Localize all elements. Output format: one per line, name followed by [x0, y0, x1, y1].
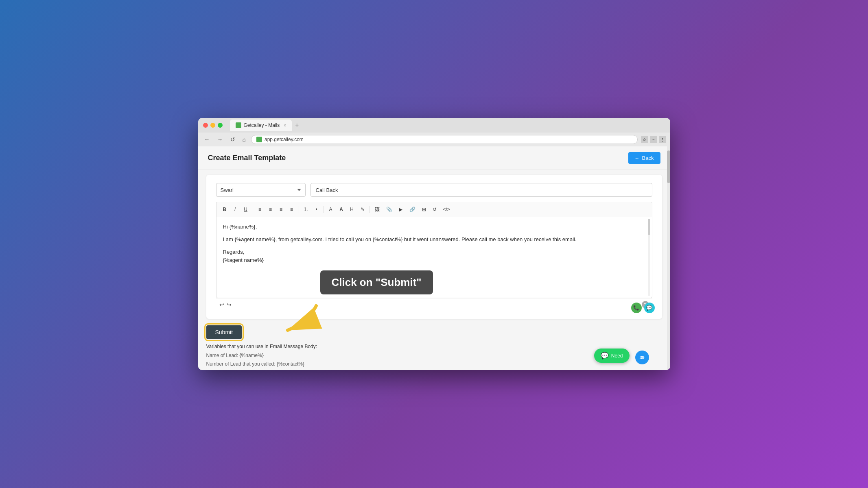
- whatsapp-label: Need: [611, 353, 623, 359]
- notification-count: 39: [639, 355, 644, 360]
- variable-name: Name of Lead: {%name%}: [206, 351, 662, 360]
- close-traffic-light[interactable]: [203, 123, 208, 128]
- page-title: Create Email Template: [208, 154, 286, 162]
- submit-section: Submit: [198, 324, 670, 339]
- name-label: Name of Lead:: [206, 353, 238, 358]
- submit-button[interactable]: Submit: [206, 325, 242, 339]
- tab-bar: Getcalley - Mails × +: [230, 120, 302, 131]
- toolbar-separator-4: [370, 206, 370, 213]
- undo-redo-controls: ↩ ↪: [219, 301, 232, 308]
- home-nav-button[interactable]: ⌂: [241, 135, 248, 144]
- page-scrollbar-thumb[interactable]: [667, 150, 670, 183]
- toolbar-separator-1: [253, 206, 253, 213]
- tab-label: Getcalley - Mails: [244, 122, 280, 128]
- back-button[interactable]: ← Back: [628, 152, 660, 164]
- align-right-button[interactable]: ≡: [276, 205, 286, 214]
- browser-window: Getcalley - Mails × + ← → ↺ ⌂ app.getcal…: [198, 118, 670, 370]
- variables-title: Variables that you can use in Email Mess…: [206, 342, 662, 351]
- editor-line-4: {%agent name%}: [223, 256, 645, 265]
- notification-badge[interactable]: 39: [635, 351, 649, 364]
- font-size-button[interactable]: A: [326, 205, 336, 214]
- editor-scrollbar[interactable]: [648, 219, 650, 296]
- new-tab-button[interactable]: +: [292, 122, 302, 129]
- back-arrow-icon: ←: [635, 155, 640, 161]
- variable-notes: Note/Reason of Call: {%notes%}: [206, 369, 662, 370]
- forward-nav-button[interactable]: →: [215, 135, 225, 144]
- heading-button[interactable]: H: [347, 205, 357, 214]
- underline-button[interactable]: U: [241, 205, 251, 214]
- page-scrollbar[interactable]: [667, 146, 670, 370]
- tab-close-icon[interactable]: ×: [284, 123, 286, 128]
- address-bar-input[interactable]: app.getcalley.com: [251, 135, 638, 144]
- back-button-label: Back: [642, 155, 654, 161]
- editor-line-3: Regards,: [223, 248, 645, 257]
- page-header: Create Email Template ← Back: [198, 146, 670, 170]
- contact-var: {%contact%}: [277, 361, 304, 367]
- editor-scrollbar-thumb[interactable]: [648, 219, 650, 235]
- align-center-button[interactable]: ≡: [266, 205, 275, 214]
- source-button[interactable]: </>: [440, 205, 453, 214]
- redo-button[interactable]: ↪: [227, 301, 232, 308]
- editor-body[interactable]: Hi {%name%}, I am {%agent name%}, from g…: [216, 217, 652, 298]
- active-tab[interactable]: Getcalley - Mails ×: [230, 120, 292, 131]
- unordered-list-button[interactable]: •: [312, 205, 321, 214]
- arrow-wrapper: [275, 302, 332, 340]
- address-favicon-icon: [256, 137, 262, 142]
- tooltip-overlay: Click on "Submit": [320, 270, 433, 294]
- menu-icon[interactable]: ⋮: [659, 136, 666, 143]
- editor-line-1: Hi {%name%},: [223, 223, 645, 231]
- input-row: Swari: [216, 183, 652, 197]
- title-bar: Getcalley - Mails × +: [198, 118, 670, 133]
- name-var: {%name%}: [240, 353, 264, 358]
- bold-button[interactable]: B: [220, 205, 230, 214]
- undo-button[interactable]: ↩: [219, 301, 224, 308]
- toolbar-separator-3: [324, 206, 324, 213]
- extensions-icon[interactable]: ⋯: [650, 136, 657, 143]
- editor-line-2: I am {%agent name%}, from getcalley.com.…: [223, 235, 645, 244]
- float-icon-teal[interactable]: 💬: [644, 303, 655, 313]
- bookmark-icon[interactable]: ☆: [641, 136, 648, 143]
- video-button[interactable]: ▶: [396, 205, 406, 214]
- minimize-traffic-light[interactable]: [210, 123, 215, 128]
- form-area: Swari B I U ≡ ≡ ≡ ≡ 1. • A A H: [206, 175, 662, 319]
- page-content: Create Email Template ← Back Swari B I U: [198, 146, 670, 370]
- template-name-input[interactable]: [310, 183, 652, 197]
- tab-favicon-icon: [236, 122, 241, 128]
- tooltip-text: Click on "Submit": [332, 276, 422, 288]
- ordered-list-button[interactable]: 1.: [301, 205, 311, 214]
- subject-select[interactable]: Swari: [216, 183, 306, 197]
- extension-icons: ☆ ⋯ ⋮: [641, 136, 666, 143]
- toolbar-separator-2: [299, 206, 299, 213]
- whatsapp-icon: 💬: [601, 352, 609, 359]
- image-button[interactable]: 🖼: [372, 205, 383, 214]
- refresh-nav-button[interactable]: ↺: [228, 135, 237, 144]
- table-button[interactable]: ⊞: [419, 205, 429, 214]
- attachment-button[interactable]: 📎: [383, 205, 395, 214]
- whatsapp-button[interactable]: 💬 Need: [594, 349, 630, 363]
- italic-button[interactable]: I: [230, 205, 240, 214]
- back-nav-button[interactable]: ←: [202, 135, 212, 144]
- clear-format-button[interactable]: ↺: [430, 205, 439, 214]
- align-left-button[interactable]: ≡: [255, 205, 265, 214]
- tooltip-box: Click on "Submit": [320, 270, 433, 294]
- maximize-traffic-light[interactable]: [218, 123, 223, 128]
- address-url-text: app.getcalley.com: [265, 137, 304, 142]
- contact-label: Number of Lead that you called:: [206, 361, 275, 367]
- floating-icons: 📞 💬: [631, 303, 655, 313]
- float-icon-green[interactable]: 📞: [631, 303, 642, 313]
- justify-button[interactable]: ≡: [287, 205, 297, 214]
- link-button[interactable]: 🔗: [407, 205, 418, 214]
- highlight-button[interactable]: ✎: [358, 205, 367, 214]
- font-color-button[interactable]: A: [337, 205, 346, 214]
- address-bar: ← → ↺ ⌂ app.getcalley.com ☆ ⋯ ⋮: [198, 133, 670, 146]
- traffic-lights: [203, 123, 223, 128]
- editor-toolbar: B I U ≡ ≡ ≡ ≡ 1. • A A H ✎ 🖼 📎 ▶ �: [216, 202, 652, 217]
- variable-contact: Number of Lead that you called: {%contac…: [206, 360, 662, 369]
- arrow-svg: [275, 302, 332, 338]
